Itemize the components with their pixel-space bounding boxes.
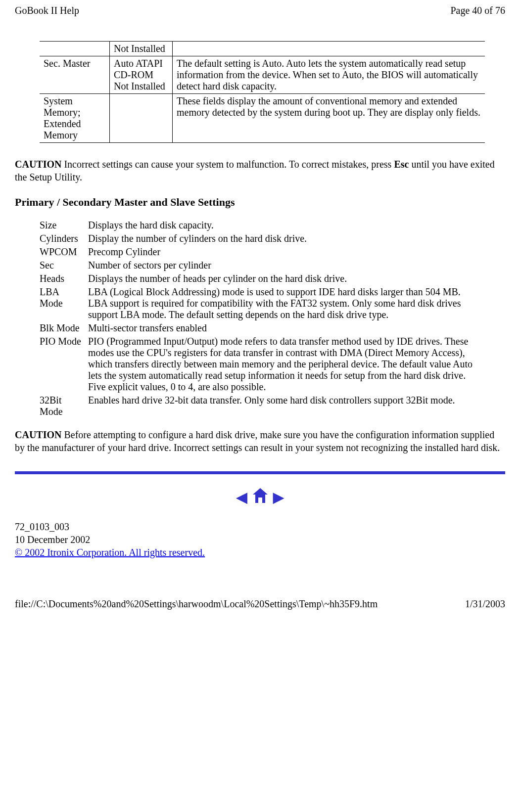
setting-label: Cylinders: [40, 232, 88, 245]
setting-desc: Precomp Cylinder: [88, 245, 485, 259]
header-page-number: Page 40 of 76: [450, 5, 505, 16]
setting-label: Size: [40, 219, 88, 232]
setting-label: Heads: [40, 272, 88, 285]
master-slave-settings-table: SizeDisplays the hard disk capacity. Cyl…: [40, 219, 485, 418]
caution-paragraph-2: CAUTION Before attempting to configure a…: [15, 428, 505, 454]
header-title: GoBook II Help: [15, 5, 79, 16]
setting-label: 32Bit Mode: [40, 394, 88, 418]
table-row: SecNumber of sectors per cylinder: [40, 259, 485, 272]
caution-text: Incorrect settings can cause your system…: [61, 159, 394, 170]
doc-number: 72_0103_003: [15, 520, 505, 533]
table-row: WPCOMPrecomp Cylinder: [40, 245, 485, 259]
setting-desc: Multi-sector transfers enabled: [88, 321, 485, 335]
table-row: PIO ModePIO (Programmed Input/Output) mo…: [40, 335, 485, 394]
svg-marker-0: [253, 488, 268, 503]
nav-icons: ◀ ▶: [15, 487, 505, 508]
setting-label: LBA Mode: [40, 285, 88, 321]
setting-desc: Enables hard drive 32-bit data transfer.…: [88, 394, 485, 418]
cell-description: These fields display the amount of conve…: [173, 94, 485, 143]
cell-options: Not Installed: [110, 42, 173, 56]
cell-options: Auto ATAPI CD-ROM Not Installed: [110, 56, 173, 94]
cell-options: [110, 94, 173, 143]
prev-arrow-icon[interactable]: ◀: [236, 490, 247, 505]
setting-desc: Number of sectors per cylinder: [88, 259, 485, 272]
cell-field: [40, 42, 110, 56]
next-arrow-icon[interactable]: ▶: [273, 490, 284, 505]
print-date: 1/31/2003: [465, 598, 505, 610]
caution-paragraph-1: CAUTION Incorrect settings can cause you…: [15, 158, 505, 183]
page-header: GoBook II Help Page 40 of 76: [15, 5, 505, 16]
setting-desc: Display the number of cylinders on the h…: [88, 232, 485, 245]
home-icon[interactable]: [251, 487, 270, 508]
cell-field: System Memory; Extended Memory: [40, 94, 110, 143]
table-row: Blk ModeMulti-sector transfers enabled: [40, 321, 485, 335]
table-row: 32Bit ModeEnables hard drive 32-bit data…: [40, 394, 485, 418]
setting-label: Sec: [40, 259, 88, 272]
caution-label: CAUTION: [15, 159, 61, 170]
copyright-link[interactable]: © 2002 Itronix Corporation. All rights r…: [15, 547, 205, 558]
setting-desc: Displays the number of heads per cylinde…: [88, 272, 485, 285]
setting-desc: LBA (Logical Block Addressing) mode is u…: [88, 285, 485, 321]
caution-text: Before attempting to configure a hard di…: [15, 429, 500, 453]
table-row: Sec. Master Auto ATAPI CD-ROM Not Instal…: [40, 56, 485, 94]
cell-description: [173, 42, 485, 56]
caution-label: CAUTION: [15, 429, 61, 440]
file-path: file://C:\Documents%20and%20Settings\har…: [15, 598, 378, 610]
page-footer: file://C:\Documents%20and%20Settings\har…: [15, 598, 505, 610]
setting-label: PIO Mode: [40, 335, 88, 394]
table-row: LBA ModeLBA (Logical Block Addressing) m…: [40, 285, 485, 321]
footer-info: 72_0103_003 10 December 2002 © 2002 Itro…: [15, 520, 505, 559]
table-row: HeadsDisplays the number of heads per cy…: [40, 272, 485, 285]
setting-desc: PIO (Programmed Input/Output) mode refer…: [88, 335, 485, 394]
section-heading: Primary / Secondary Master and Slave Set…: [15, 196, 505, 209]
setting-label: Blk Mode: [40, 321, 88, 335]
esc-key: Esc: [394, 159, 409, 170]
cell-field: Sec. Master: [40, 56, 110, 94]
bios-settings-table: Not Installed Sec. Master Auto ATAPI CD-…: [40, 41, 485, 143]
table-row: CylindersDisplay the number of cylinders…: [40, 232, 485, 245]
table-row: SizeDisplays the hard disk capacity.: [40, 219, 485, 232]
cell-description: The default setting is Auto. Auto lets t…: [173, 56, 485, 94]
setting-desc: Displays the hard disk capacity.: [88, 219, 485, 232]
table-row: Not Installed: [40, 42, 485, 56]
setting-label: WPCOM: [40, 245, 88, 259]
doc-date: 10 December 2002: [15, 533, 505, 546]
table-row: System Memory; Extended Memory These fie…: [40, 94, 485, 143]
divider-bar: [15, 471, 505, 474]
